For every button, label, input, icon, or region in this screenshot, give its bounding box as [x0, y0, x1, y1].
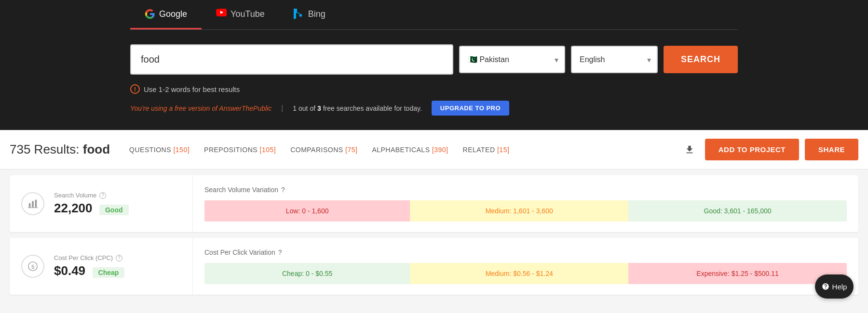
separator: | [281, 104, 283, 113]
variation-info-icon[interactable]: ? [281, 186, 285, 194]
tab-youtube[interactable]: YouTube [202, 0, 279, 29]
help-label: Help [832, 283, 847, 291]
cpc-value: $0.49 [54, 263, 85, 278]
bar-cheap: Cheap: 0 - $0.55 [204, 263, 410, 284]
search-volume-info-icon[interactable]: ? [99, 192, 106, 199]
svg-text:$: $ [31, 264, 34, 270]
nav-questions[interactable]: QUESTIONS [150] [129, 146, 190, 154]
tab-google[interactable]: Google [130, 0, 202, 29]
nav-prepositions[interactable]: PREPOSITIONS [105] [204, 146, 276, 154]
search-volume-right: Search Volume Variation ? Low: 0 - 1,600… [193, 175, 858, 232]
cpc-card: $ Cost Per Click (CPC) ? $0.49 Cheap [10, 238, 858, 295]
country-select[interactable]: 🇵🇰 Pakistan 🇺🇸 United States 🇬🇧 United K… [459, 46, 565, 73]
search-row: 🇵🇰 Pakistan 🇺🇸 United States 🇬🇧 United K… [130, 44, 738, 75]
tab-youtube-label: YouTube [231, 9, 265, 19]
nav-comparisons[interactable]: COMPARISONS [75] [290, 146, 357, 154]
bar-medium-cpc: Medium: $0.56 - $1.24 [410, 263, 628, 284]
search-volume-badge: Good [99, 205, 129, 215]
cpc-right: Cost Per Click Variation ? Cheap: 0 - $0… [193, 238, 858, 295]
cpc-value-row: $0.49 Cheap [54, 263, 124, 278]
search-volume-bar: Low: 0 - 1,600 Medium: 1,601 - 3,600 Goo… [204, 200, 847, 222]
search-input[interactable] [130, 44, 453, 75]
results-section: 735 Results: food QUESTIONS [150] PREPOS… [0, 130, 868, 313]
search-volume-variation-label: Search Volume Variation ? [204, 186, 847, 194]
share-button[interactable]: SHARE [805, 139, 858, 160]
cpc-label: Cost Per Click (CPC) ? [54, 254, 124, 261]
search-volume-value-row: 22,200 Good [54, 201, 129, 216]
bar-expensive: Expensive: $1.25 - $500.11 [628, 263, 847, 284]
add-to-project-button[interactable]: ADD TO PROJECT [705, 139, 799, 160]
metrics-section: Search Volume ? 22,200 Good Search Volum… [0, 175, 868, 310]
cpc-variation-label: Cost Per Click Variation ? [204, 248, 847, 256]
upgrade-to-pro-button[interactable]: UPGRADE TO PRO [432, 101, 509, 116]
search-volume-left: Search Volume ? 22,200 Good [10, 175, 193, 232]
download-button[interactable] [680, 140, 699, 159]
cpc-variation-info-icon[interactable]: ? [278, 248, 282, 256]
help-button[interactable]: Help [815, 274, 854, 299]
results-header: 735 Results: food QUESTIONS [150] PREPOS… [0, 130, 868, 170]
search-volume-info: Search Volume ? 22,200 Good [54, 192, 129, 216]
tab-google-label: Google [159, 9, 187, 19]
language-select-wrapper: English Urdu French [571, 46, 658, 73]
bar-medium: Medium: 1,601 - 3,600 [410, 200, 628, 222]
free-version-notice: You're using a free version of AnswerThe… [130, 104, 271, 112]
bing-icon [294, 9, 304, 19]
country-select-wrapper: 🇵🇰 Pakistan 🇺🇸 United States 🇬🇧 United K… [459, 46, 565, 73]
cpc-left: $ Cost Per Click (CPC) ? $0.49 Cheap [10, 238, 193, 295]
searches-available: 1 out of 3 free searches available for t… [293, 104, 421, 112]
cpc-info: Cost Per Click (CPC) ? $0.49 Cheap [54, 254, 124, 278]
svg-rect-0 [29, 203, 31, 207]
cpc-icon: $ [21, 255, 44, 278]
search-engine-tabs: Google YouTube Bing [130, 0, 738, 30]
cpc-info-icon[interactable]: ? [116, 255, 122, 261]
hint-row: ! Use 1-2 words for best results [130, 84, 738, 94]
results-title: 735 Results: food [10, 142, 110, 157]
results-nav: QUESTIONS [150] PREPOSITIONS [105] COMPA… [129, 146, 670, 154]
nav-related[interactable]: RELATED [15] [463, 146, 510, 154]
cpc-badge: Cheap [93, 267, 125, 278]
tab-bing[interactable]: Bing [279, 0, 340, 29]
hint-text: Use 1-2 words for best results [144, 85, 240, 93]
search-volume-card: Search Volume ? 22,200 Good Search Volum… [10, 175, 858, 232]
search-button[interactable]: SEARCH [664, 46, 738, 73]
results-actions: ADD TO PROJECT SHARE [680, 139, 858, 160]
youtube-icon [216, 9, 227, 19]
hint-icon: ! [130, 84, 140, 94]
language-select[interactable]: English Urdu French [571, 46, 658, 73]
cpc-bar: Cheap: 0 - $0.55 Medium: $0.56 - $1.24 E… [204, 263, 847, 284]
search-volume-icon [21, 192, 44, 215]
bar-good: Good: 3,601 - 165,000 [628, 200, 847, 222]
google-icon [145, 9, 155, 19]
search-volume-value: 22,200 [54, 201, 93, 215]
notice-row: You're using a free version of AnswerThe… [130, 101, 738, 116]
bar-low: Low: 0 - 1,600 [204, 200, 410, 222]
nav-alphabeticals[interactable]: ALPHABETICALS [390] [372, 146, 448, 154]
svg-rect-1 [32, 201, 34, 208]
svg-rect-2 [35, 200, 37, 208]
tab-bing-label: Bing [308, 9, 326, 19]
search-volume-label: Search Volume ? [54, 192, 129, 199]
